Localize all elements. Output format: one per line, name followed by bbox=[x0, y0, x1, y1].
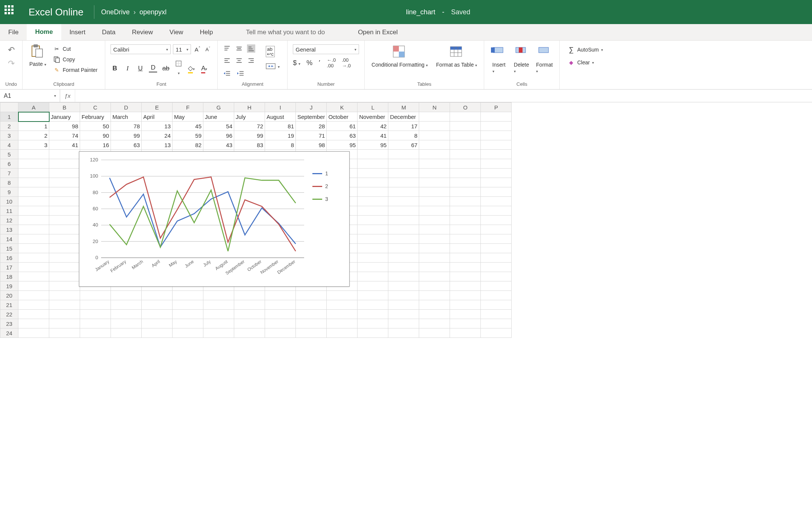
cell-E24[interactable] bbox=[142, 328, 173, 338]
row-header-15[interactable]: 15 bbox=[0, 244, 18, 253]
cell-G23[interactable] bbox=[203, 319, 234, 328]
cell-L2[interactable]: 42 bbox=[358, 122, 388, 131]
cell-E20[interactable] bbox=[142, 291, 173, 300]
tab-file[interactable]: File bbox=[0, 24, 27, 40]
cell-M15[interactable] bbox=[388, 244, 419, 253]
name-box[interactable]: A1▾ bbox=[0, 90, 60, 102]
cell-P14[interactable] bbox=[481, 234, 512, 244]
row-header-4[interactable]: 4 bbox=[0, 140, 18, 150]
col-header-N[interactable]: N bbox=[419, 103, 450, 112]
cell-A15[interactable] bbox=[18, 244, 49, 253]
open-in-excel[interactable]: Open in Excel bbox=[350, 24, 406, 40]
cell-I23[interactable] bbox=[265, 319, 296, 328]
cell-C23[interactable] bbox=[80, 319, 111, 328]
cell-A5[interactable] bbox=[18, 150, 49, 159]
cell-J4[interactable]: 98 bbox=[296, 140, 327, 150]
increase-decimal-button[interactable]: ←.0.00 bbox=[327, 57, 336, 68]
cell-O23[interactable] bbox=[450, 319, 481, 328]
cell-H4[interactable]: 83 bbox=[234, 140, 265, 150]
row-header-2[interactable]: 2 bbox=[0, 122, 18, 131]
cell-N3[interactable] bbox=[419, 131, 450, 140]
formula-input[interactable] bbox=[75, 90, 812, 102]
cell-P10[interactable] bbox=[481, 197, 512, 206]
cell-A21[interactable] bbox=[18, 300, 49, 310]
cell-M22[interactable] bbox=[388, 310, 419, 319]
font-color-button[interactable]: A▾ bbox=[200, 65, 208, 72]
document-name[interactable]: line_chart bbox=[406, 8, 435, 16]
cell-J24[interactable] bbox=[296, 328, 327, 338]
cell-O10[interactable] bbox=[450, 197, 481, 206]
cell-N1[interactable] bbox=[419, 112, 450, 122]
cell-G1[interactable]: June bbox=[203, 112, 234, 122]
italic-button[interactable]: I bbox=[123, 65, 132, 72]
cell-L20[interactable] bbox=[358, 291, 388, 300]
row-header-11[interactable]: 11 bbox=[0, 206, 18, 216]
cell-M19[interactable] bbox=[388, 281, 419, 291]
cell-L17[interactable] bbox=[358, 263, 388, 272]
cell-O20[interactable] bbox=[450, 291, 481, 300]
cell-N24[interactable] bbox=[419, 328, 450, 338]
cell-L15[interactable] bbox=[358, 244, 388, 253]
cell-C22[interactable] bbox=[80, 310, 111, 319]
cell-E1[interactable]: April bbox=[142, 112, 173, 122]
cell-L18[interactable] bbox=[358, 272, 388, 281]
cell-O7[interactable] bbox=[450, 169, 481, 178]
cell-A8[interactable] bbox=[18, 178, 49, 187]
cell-A14[interactable] bbox=[18, 234, 49, 244]
fx-icon[interactable]: ƒx bbox=[60, 90, 75, 102]
cell-P15[interactable] bbox=[481, 244, 512, 253]
cell-L1[interactable]: November bbox=[358, 112, 388, 122]
cell-P4[interactable] bbox=[481, 140, 512, 150]
cell-O2[interactable] bbox=[450, 122, 481, 131]
double-underline-button[interactable]: D bbox=[149, 64, 157, 73]
cell-L12[interactable] bbox=[358, 216, 388, 225]
cell-P9[interactable] bbox=[481, 187, 512, 197]
cell-M16[interactable] bbox=[388, 253, 419, 263]
cell-N20[interactable] bbox=[419, 291, 450, 300]
spreadsheet-grid[interactable]: ABCDEFGHIJKLMNOP1JanuaryFebruaryMarchApr… bbox=[0, 102, 812, 338]
cell-N4[interactable] bbox=[419, 140, 450, 150]
cell-P24[interactable] bbox=[481, 328, 512, 338]
cell-C21[interactable] bbox=[80, 300, 111, 310]
cell-F24[interactable] bbox=[173, 328, 203, 338]
wrap-text-button[interactable]: ab↩c bbox=[264, 45, 282, 58]
row-header-5[interactable]: 5 bbox=[0, 150, 18, 159]
clear-button[interactable]: ◆Clear ▾ bbox=[565, 58, 596, 67]
cell-H23[interactable] bbox=[234, 319, 265, 328]
cell-N14[interactable] bbox=[419, 234, 450, 244]
cell-B9[interactable] bbox=[49, 187, 80, 197]
cell-B24[interactable] bbox=[49, 328, 80, 338]
cell-H24[interactable] bbox=[234, 328, 265, 338]
cell-C1[interactable]: February bbox=[80, 112, 111, 122]
undo-button[interactable]: ↶ bbox=[7, 46, 15, 54]
insert-cells-button[interactable]: Insert▾ bbox=[489, 44, 508, 74]
cell-K2[interactable]: 61 bbox=[327, 122, 358, 131]
align-right-button[interactable] bbox=[247, 56, 255, 65]
paste-button[interactable]: Paste ▾ bbox=[28, 43, 48, 68]
cell-M9[interactable] bbox=[388, 187, 419, 197]
tell-me-search[interactable]: Tell me what you want to do bbox=[236, 24, 335, 40]
cell-N9[interactable] bbox=[419, 187, 450, 197]
cell-N10[interactable] bbox=[419, 197, 450, 206]
cell-K1[interactable]: October bbox=[327, 112, 358, 122]
number-format-select[interactable]: General▾ bbox=[293, 44, 359, 54]
cell-J23[interactable] bbox=[296, 319, 327, 328]
select-all-corner[interactable] bbox=[0, 103, 18, 112]
col-header-O[interactable]: O bbox=[450, 103, 481, 112]
cell-E3[interactable]: 24 bbox=[142, 131, 173, 140]
row-header-20[interactable]: 20 bbox=[0, 291, 18, 300]
merge-center-button[interactable]: ▾ bbox=[264, 62, 282, 72]
accounting-format-button[interactable]: $ ▾ bbox=[293, 59, 300, 67]
cell-N18[interactable] bbox=[419, 272, 450, 281]
cell-K3[interactable]: 63 bbox=[327, 131, 358, 140]
cell-M13[interactable] bbox=[388, 225, 419, 234]
row-header-10[interactable]: 10 bbox=[0, 197, 18, 206]
cell-P17[interactable] bbox=[481, 263, 512, 272]
grow-font-button[interactable]: A˄ bbox=[193, 46, 201, 53]
align-left-button[interactable] bbox=[223, 56, 231, 65]
col-header-E[interactable]: E bbox=[142, 103, 173, 112]
cell-L8[interactable] bbox=[358, 178, 388, 187]
cell-O13[interactable] bbox=[450, 225, 481, 234]
cell-B18[interactable] bbox=[49, 272, 80, 281]
cell-B13[interactable] bbox=[49, 225, 80, 234]
